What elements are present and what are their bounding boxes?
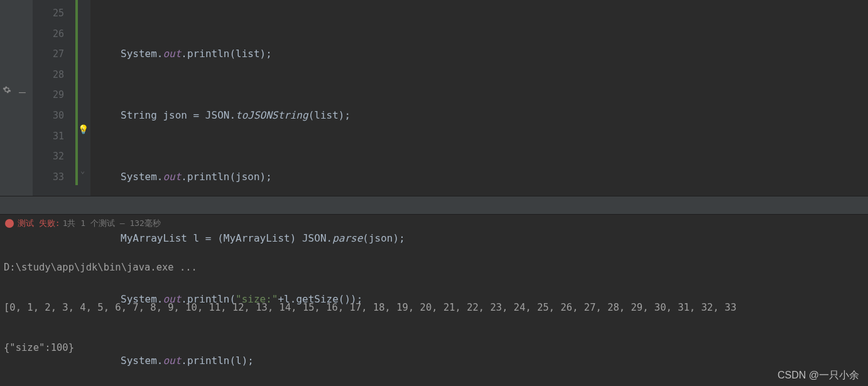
line-number[interactable]: 33 <box>33 167 64 188</box>
line-number[interactable]: 25 <box>33 3 64 24</box>
minimize-icon[interactable]: — <box>19 85 26 99</box>
line-number[interactable]: 31 <box>33 126 64 147</box>
code-content[interactable]: System.out.println(list); String json = … <box>90 0 868 196</box>
csdn-watermark: CSDN @一只小余 <box>778 369 859 382</box>
test-summary: 1共 1 个测试 – 132毫秒 <box>63 215 161 232</box>
code-editor[interactable]: — 25 26 27 28 29 30 31 32 33 💡 ⌃ ⌄ Syste… <box>0 0 868 196</box>
console-line: [0, 1, 2, 3, 4, 5, 6, 7, 8, 9, 10, 11, 1… <box>4 298 864 318</box>
fold-end-icon[interactable]: ⌃ <box>80 127 85 136</box>
line-number[interactable]: 26 <box>33 24 64 45</box>
fold-start-icon[interactable]: ⌄ <box>80 166 85 175</box>
gear-icon[interactable] <box>3 85 11 97</box>
line-number-gutter[interactable]: 25 26 27 28 29 30 31 32 33 <box>33 0 75 196</box>
line-number[interactable]: 29 <box>33 85 64 105</box>
tool-window-bar: — <box>0 0 33 196</box>
vcs-change-marker <box>75 0 78 185</box>
fold-column[interactable]: 💡 ⌃ ⌄ <box>79 0 90 196</box>
line-number[interactable]: 32 <box>33 146 64 167</box>
line-number[interactable]: 30 <box>33 105 64 126</box>
test-fail-icon <box>5 219 14 228</box>
line-number[interactable]: 27 <box>33 44 64 65</box>
test-fail-label: 测试 失败: <box>18 215 60 232</box>
line-number[interactable]: 28 <box>33 65 64 85</box>
